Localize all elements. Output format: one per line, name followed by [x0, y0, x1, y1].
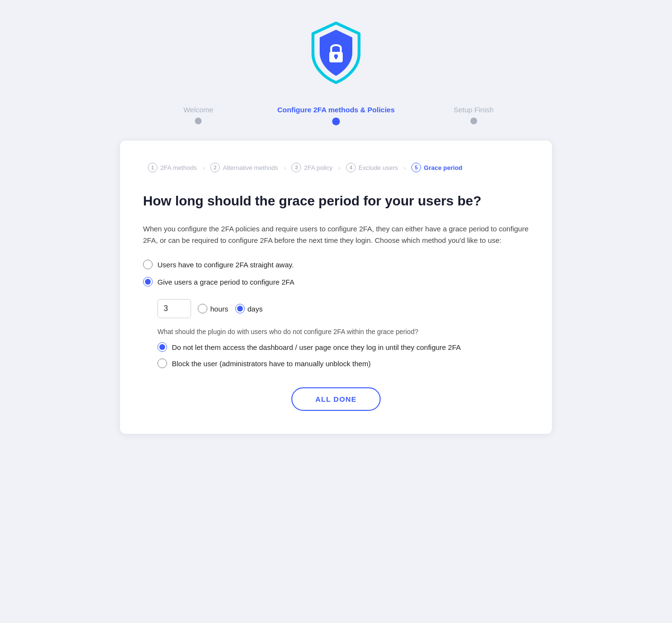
- grace-unit-days-text: days: [248, 305, 263, 313]
- grace-radio-group: Users have to configure 2FA straight awa…: [143, 260, 529, 318]
- plugin-action-question: What should the plugin do with users who…: [157, 328, 529, 335]
- sep-1: ›: [202, 164, 205, 171]
- wizard-step-welcome: Welcome: [130, 106, 267, 124]
- sep-3: ›: [337, 164, 341, 171]
- wizard-step-configure-label: Configure 2FA methods & Policies: [277, 106, 395, 114]
- wizard-step-welcome-dot: [195, 118, 202, 124]
- sub-steps: 1 2FA methods › 2 Alternative methods › …: [143, 160, 529, 175]
- plugin-action-option1[interactable]: Do not let them access the dashboard / u…: [157, 342, 529, 352]
- sep-4: ›: [403, 164, 407, 171]
- sub-step-5-num: 5: [411, 163, 421, 172]
- svg-rect-2: [335, 56, 337, 59]
- sub-step-1-num: 1: [148, 163, 157, 172]
- wizard-steps: Welcome Configure 2FA methods & Policies…: [130, 106, 542, 125]
- plugin-action-option1-label: Do not let them access the dashboard / u…: [172, 343, 461, 351]
- sub-step-5-label: Grace period: [424, 164, 462, 171]
- radio-grace-period[interactable]: Give users a grace period to configure 2…: [143, 277, 529, 287]
- wizard-step-configure: Configure 2FA methods & Policies: [267, 106, 405, 125]
- plugin-action-option2-input[interactable]: [157, 359, 167, 368]
- sub-step-2-num: 2: [210, 163, 220, 172]
- plugin-action-option2-label: Block the user (administrators have to m…: [172, 359, 371, 368]
- plugin-action-section: What should the plugin do with users who…: [157, 328, 529, 368]
- sub-step-4[interactable]: 4 Exclude users: [341, 160, 403, 175]
- radio-straight-away-input[interactable]: [143, 260, 153, 269]
- sub-step-4-label: Exclude users: [359, 164, 398, 171]
- grace-unit-days-label[interactable]: days: [235, 304, 263, 313]
- grace-number-input[interactable]: [157, 299, 191, 318]
- grace-sub-row: hours days: [157, 299, 529, 318]
- grace-unit-hours-radio[interactable]: [198, 304, 207, 313]
- logo: [307, 19, 365, 88]
- sub-step-3-label: 2FA policy: [304, 164, 332, 171]
- button-wrapper: ALL DONE: [143, 387, 529, 411]
- plugin-action-option1-input[interactable]: [157, 342, 167, 352]
- sub-step-3-num: 3: [291, 163, 301, 172]
- sep-2: ›: [283, 164, 287, 171]
- wizard-step-finish-label: Setup Finish: [454, 106, 493, 114]
- wizard-step-welcome-label: Welcome: [183, 106, 213, 114]
- sub-step-3[interactable]: 3 2FA policy: [287, 160, 337, 175]
- plugin-action-option2[interactable]: Block the user (administrators have to m…: [157, 359, 529, 368]
- grace-unit-hours-text: hours: [210, 305, 228, 313]
- sub-step-5[interactable]: 5 Grace period: [407, 160, 467, 175]
- radio-straight-away[interactable]: Users have to configure 2FA straight awa…: [143, 260, 529, 269]
- sub-step-1-label: 2FA methods: [160, 164, 197, 171]
- wizard-step-finish: Setup Finish: [405, 106, 542, 124]
- sub-step-1[interactable]: 1 2FA methods: [143, 160, 202, 175]
- grace-unit-days-radio[interactable]: [235, 304, 245, 313]
- wizard-step-finish-dot: [470, 118, 477, 124]
- plugin-radio-group: Do not let them access the dashboard / u…: [157, 342, 529, 368]
- sub-step-2-label: Alternative methods: [223, 164, 278, 171]
- description-text: When you configure the 2FA policies and …: [143, 223, 529, 246]
- sub-step-4-num: 4: [346, 163, 356, 172]
- radio-straight-away-label: Users have to configure 2FA straight awa…: [157, 261, 294, 269]
- radio-grace-period-label: Give users a grace period to configure 2…: [157, 278, 294, 286]
- wizard-step-configure-dot: [332, 118, 340, 125]
- main-card: 1 2FA methods › 2 Alternative methods › …: [120, 141, 552, 434]
- sub-step-2[interactable]: 2 Alternative methods: [205, 160, 283, 175]
- all-done-button[interactable]: ALL DONE: [291, 387, 381, 411]
- grace-unit-hours-label[interactable]: hours: [198, 304, 228, 313]
- page-title: How long should the grace period for you…: [143, 192, 529, 210]
- radio-grace-period-input[interactable]: [143, 277, 153, 287]
